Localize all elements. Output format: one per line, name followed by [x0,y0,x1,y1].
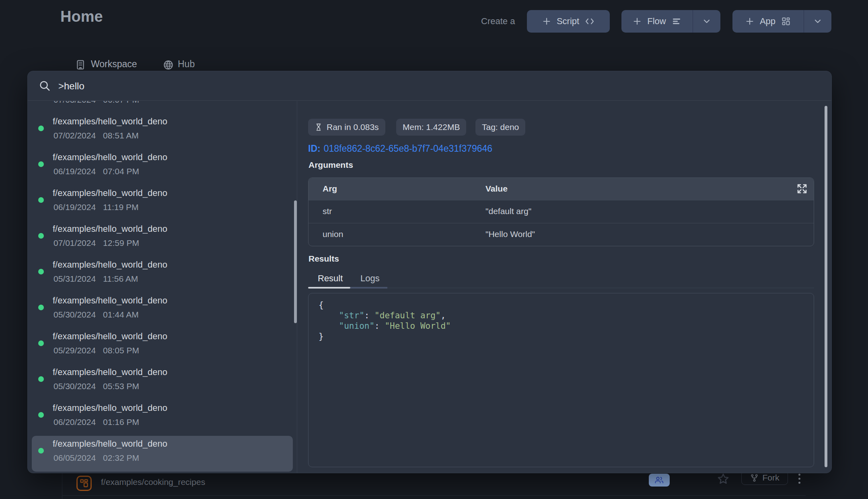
fork-button-label: Fork [763,473,780,483]
run-script-path: f/examples/hello_world_deno [53,224,167,234]
run-time: 02:32 PM [103,453,139,463]
run-timestamp: 06/05/2024 02:32 PM [53,453,139,463]
argument-value: "Hello World" [485,229,535,239]
create-flow-button[interactable]: Flow [621,10,693,33]
code-line: { [319,300,814,310]
app-item-icon [76,476,92,491]
create-app-button[interactable]: App [732,10,804,33]
chevron-down-icon [813,16,823,26]
create-flow-button-group: Flow [621,10,720,33]
favorite-star-icon[interactable] [716,472,730,486]
run-timestamp: 05/31/2024 11:56 AM [53,274,138,284]
memory-badge: Mem: 1.422MB [396,119,466,136]
run-time: 01:44 AM [103,310,139,320]
run-list-scrollbar[interactable] [294,200,297,323]
results-title: Results [309,254,339,264]
run-list-item[interactable]: f/examples/hello_world_deno 06/19/2024 0… [32,149,293,185]
palette-search-input[interactable] [58,78,421,94]
run-success-dot [38,269,44,274]
globe-icon [163,60,174,70]
run-script-path: f/examples/hello_world_deno [53,152,167,163]
run-list-item[interactable]: f/examples/hello_world_deno 07/02/2024 0… [32,113,293,149]
create-a-label: Create a [481,16,515,27]
create-flow-dropdown-button[interactable] [693,10,720,33]
run-success-dot [38,376,44,382]
create-app-dropdown-button[interactable] [804,10,831,33]
hourglass-icon [315,123,323,132]
code-icon [585,16,594,26]
plus-icon [745,17,754,26]
run-timestamp: 06/19/2024 07:04 PM [53,167,139,176]
run-list-item[interactable]: f/examples/hello_world_deno 07/01/2024 1… [32,221,293,257]
run-date: 06/19/2024 [53,202,96,212]
git-fork-icon [750,474,759,482]
argument-value: "default arg" [485,206,531,216]
run-id-link[interactable]: ID:018fe862-8c62-65e8-b7f7-04e31f379646 [308,143,492,154]
expand-table-button[interactable] [796,183,808,195]
tab-hub[interactable]: Hub [178,59,195,70]
app-grid-icon [781,16,791,26]
argument-row: union "Hello World" [309,223,814,246]
run-success-dot [38,412,44,418]
run-success-dot [38,197,44,203]
run-success-dot [38,233,44,239]
run-time: 06:07 PM [103,101,139,105]
active-tab-indicator [308,287,350,289]
run-time: 11:56 AM [103,274,138,284]
run-time: 08:51 AM [103,131,139,140]
run-success-dot [38,161,44,167]
run-time: 01:16 PM [103,417,139,427]
run-time: 12:59 PM [103,238,139,248]
run-script-path: f/examples/hello_world_deno [53,367,167,377]
code-line: "union": "Hello World" [319,321,814,331]
tag-badge: Tag: deno [475,119,525,136]
run-timestamp: 06/20/2024 01:16 PM [53,417,139,427]
run-date: 05/30/2024 [53,381,96,391]
plus-icon [542,17,551,26]
arguments-table-header: Arg Value [309,178,814,200]
code-line: } [319,331,814,342]
run-list-item[interactable]: f/examples/hello_world_deno 05/30/2024 0… [32,364,293,400]
run-time: 07:04 PM [103,167,139,176]
runtime-badge-label: Ran in 0.083s [327,122,379,132]
runtime-badge: Ran in 0.083s [308,119,385,136]
code-line: "str": "default arg", [319,310,814,321]
arg-column-header: Arg [323,184,337,194]
shared-users-badge [649,474,670,487]
run-success-dot [38,126,44,131]
run-list-item[interactable]: f/examples/hello_world_deno 05/31/2024 1… [32,257,293,293]
run-timestamp: 05/30/2024 01:44 AM [53,310,139,320]
run-list-item[interactable]: f/examples/hello_world_deno 05/29/2024 0… [32,328,293,364]
argument-name: str [323,206,332,216]
kebab-menu-button[interactable] [798,474,800,484]
run-script-path: f/examples/hello_world_deno [53,439,167,449]
app-item-path: f/examples/cooking_recipes [101,477,205,487]
run-script-path: f/examples/hello_world_deno [53,260,167,270]
detail-panel-scrollbar[interactable] [825,106,827,467]
run-date: 05/30/2024 [53,310,96,320]
run-time: 11:19 PM [103,202,138,212]
tab-result[interactable]: Result [318,273,343,284]
run-list-item[interactable]: f/examples/hello_world_deno 06/20/2024 0… [32,400,293,436]
run-list-item[interactable]: 07/03/2024 06:07 PM [32,101,293,113]
run-date: 06/05/2024 [53,453,96,463]
command-palette-modal: 07/03/2024 06:07 PM f/examples/hello_wor… [27,71,832,473]
create-app-button-group: App [732,10,831,33]
page-title: Home [60,8,103,25]
create-app-label: App [760,16,775,27]
plus-icon [633,17,642,26]
palette-search-bar [28,71,831,101]
tab-workspace[interactable]: Workspace [91,59,137,70]
run-list-item[interactable]: f/examples/hello_world_deno 06/05/2024 0… [32,436,293,472]
memory-badge-label: Mem: 1.422MB [403,122,460,132]
run-list-item[interactable]: f/examples/hello_world_deno 05/30/2024 0… [32,293,293,328]
create-flow-label: Flow [647,16,666,27]
tab-logs[interactable]: Logs [360,273,380,284]
run-list-item[interactable]: f/examples/hello_world_deno 06/19/2024 1… [32,185,293,221]
run-time: 08:05 PM [103,346,139,355]
argument-name: union [323,229,343,239]
run-time: 05:53 PM [103,381,139,391]
create-script-button[interactable]: Script [527,10,610,33]
run-date: 05/29/2024 [53,346,96,355]
tag-badge-label: Tag: deno [482,122,519,132]
